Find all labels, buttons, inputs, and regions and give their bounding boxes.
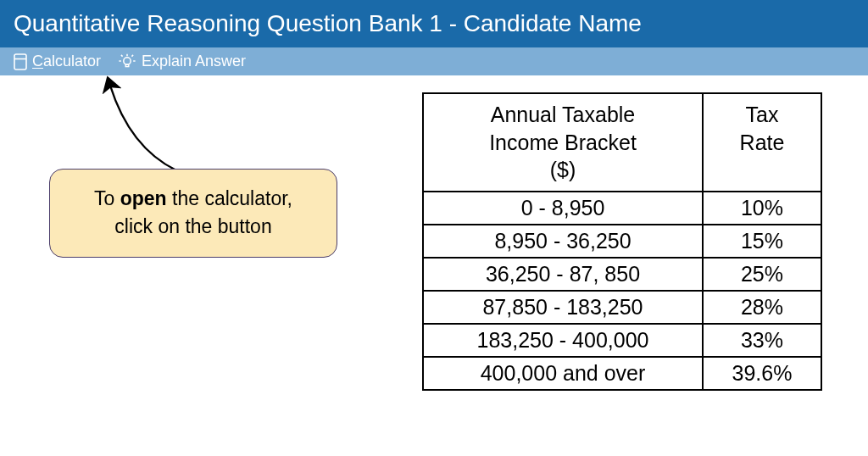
table-body: 0 - 8,950 10% 8,950 - 36,250 15% 36,250 … [423,192,821,390]
svg-rect-0 [14,54,26,70]
callout-line-1: To open the calculator, [72,185,314,213]
rate-cell: 39.6% [703,357,821,390]
page-title: Quantitative Reasoning Question Bank 1 -… [14,10,642,36]
explain-answer-button[interactable]: Explain Answer [118,53,246,70]
rate-cell: 33% [703,324,821,357]
instruction-callout: To open the calculator, click on the but… [49,169,337,258]
svg-point-2 [124,57,131,64]
rate-cell: 15% [703,225,821,258]
bracket-cell: 36,250 - 87, 850 [423,258,703,291]
page-header: Quantitative Reasoning Question Bank 1 -… [0,0,868,47]
toolbar: Calculator Explain Answer [0,47,868,75]
table-row: 8,950 - 36,250 15% [423,225,821,258]
bracket-cell: 400,000 and over [423,357,703,390]
table-row: 0 - 8,950 10% [423,192,821,225]
table-row: 183,250 - 400,000 33% [423,324,821,357]
svg-rect-3 [125,64,129,67]
explain-answer-label: Explain Answer [142,53,246,70]
callout-line-2: click on the button [72,213,314,241]
bracket-cell: 8,950 - 36,250 [423,225,703,258]
calculator-button[interactable]: Calculator [14,53,101,70]
rate-cell: 10% [703,192,821,225]
bracket-cell: 0 - 8,950 [423,192,703,225]
tax-bracket-table: Annual Taxable Income Bracket ($) Tax Ra… [422,92,822,391]
bracket-cell: 183,250 - 400,000 [423,324,703,357]
callout-arrow-icon [83,75,193,177]
table-row: 87,850 - 183,250 28% [423,291,821,324]
bracket-cell: 87,850 - 183,250 [423,291,703,324]
lightbulb-icon [118,53,136,70]
content-area: To open the calculator, click on the but… [0,75,868,448]
table-row: 400,000 and over 39.6% [423,357,821,390]
table-header-rate: Tax Rate [703,93,821,192]
calculator-label: Calculator [32,53,101,70]
table-row: 36,250 - 87, 850 25% [423,258,821,291]
rate-cell: 28% [703,291,821,324]
svg-line-8 [131,54,133,56]
svg-line-7 [121,54,123,56]
table-header-bracket: Annual Taxable Income Bracket ($) [423,93,703,192]
calculator-icon [14,53,27,70]
rate-cell: 25% [703,258,821,291]
